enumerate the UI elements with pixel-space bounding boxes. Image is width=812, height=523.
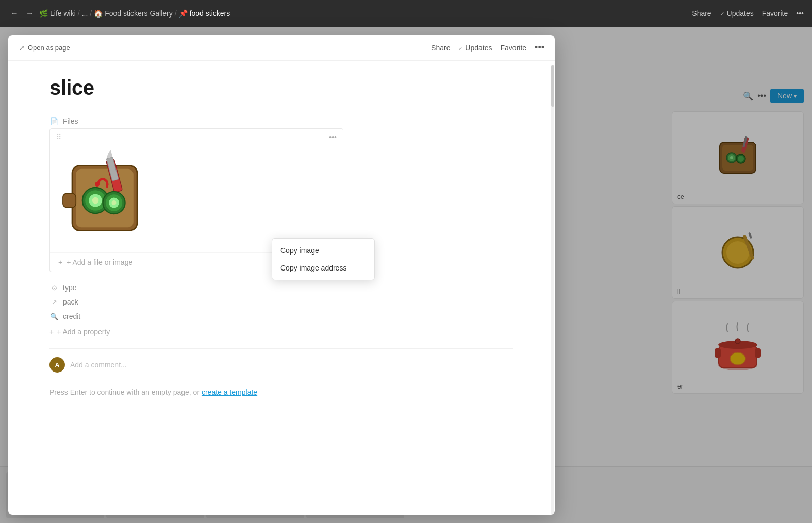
breadcrumb-sep3: /	[175, 9, 177, 18]
drag-handle-icon[interactable]: ⠿	[56, 133, 61, 141]
breadcrumb-icon-lifewiki: 🌿	[39, 9, 48, 18]
breadcrumb-sep2: /	[90, 9, 92, 18]
page-title: slice	[49, 76, 513, 99]
nav-more-button[interactable]: •••	[796, 9, 804, 18]
svg-rect-22	[63, 194, 76, 208]
comment-input[interactable]: Add a comment...	[70, 361, 127, 369]
copy-image-address-menu-item[interactable]: Copy image address	[272, 259, 374, 277]
breadcrumb-ellipsis[interactable]: ...	[82, 9, 88, 18]
credit-label[interactable]: credit	[63, 312, 145, 320]
modal-updates-check-icon: ✓	[458, 45, 463, 52]
modal-more-button[interactable]: •••	[535, 42, 544, 53]
modal-updates-button[interactable]: ✓ Updates	[458, 44, 492, 52]
top-nav: ← → 🌿 Life wiki / ... / 🏠 Food stickers …	[0, 0, 812, 27]
divider	[49, 348, 513, 349]
modal-toolbar: ⤢ Open as page Share ✓ Updates Favorite …	[8, 35, 555, 61]
nav-actions: Share ✓ Updates Favorite •••	[692, 9, 804, 18]
image-block-header: ⠿ •••	[50, 129, 343, 145]
create-template-link[interactable]: create a template	[202, 388, 257, 396]
nav-share-button[interactable]: Share	[692, 9, 711, 18]
cutting-board-image	[58, 149, 151, 242]
properties-section: 📄 Files ⠿ •••	[49, 114, 513, 338]
nav-favorite-button[interactable]: Favorite	[762, 9, 788, 18]
type-icon: ⊙	[49, 284, 59, 292]
files-property-row: 📄 Files	[49, 114, 513, 128]
credit-icon: 🔍	[49, 313, 59, 320]
pack-label[interactable]: pack	[63, 298, 145, 306]
template-text: Press Enter to continue with an empty pa…	[49, 388, 202, 396]
template-line: Press Enter to continue with an empty pa…	[49, 388, 513, 396]
modal-favorite-button[interactable]: Favorite	[501, 44, 527, 52]
updates-check-icon: ✓	[720, 10, 725, 18]
svg-point-33	[112, 200, 117, 205]
svg-point-34	[95, 182, 100, 187]
breadcrumb: 🌿 Life wiki / ... / 🏠 Food stickers Gall…	[39, 9, 689, 18]
modal-share-button[interactable]: Share	[431, 44, 450, 52]
add-property-button[interactable]: + + Add a property	[49, 326, 513, 338]
context-menu: Copy image Copy image address	[272, 238, 375, 280]
add-property-plus-icon: +	[49, 328, 54, 336]
plus-icon: +	[58, 258, 62, 266]
svg-point-29	[92, 197, 99, 204]
user-avatar: A	[49, 357, 65, 373]
nav-updates-button[interactable]: ✓ Updates	[720, 9, 754, 18]
breadcrumb-lifewiki[interactable]: Life wiki	[50, 9, 76, 18]
scroll-track	[551, 65, 554, 515]
modal-actions-right: Share ✓ Updates Favorite •••	[431, 42, 544, 53]
breadcrumb-food-stickers[interactable]: food stickers	[190, 9, 230, 18]
back-button[interactable]: ←	[8, 7, 21, 20]
breadcrumb-icon-gallery: 🏠	[94, 9, 103, 18]
credit-property-row: 🔍 credit	[49, 309, 513, 324]
modal-content: slice 📄 Files ⠿ •••	[8, 61, 555, 512]
breadcrumb-gallery[interactable]: Food stickers Gallery	[105, 9, 172, 18]
breadcrumb-icon-food: 📌	[179, 9, 188, 18]
files-label[interactable]: Files	[63, 117, 145, 125]
pack-icon: ↗	[49, 298, 59, 306]
copy-image-menu-item[interactable]: Copy image	[272, 242, 374, 259]
files-icon: 📄	[49, 117, 59, 125]
type-label[interactable]: type	[63, 283, 145, 292]
block-more-button[interactable]: •••	[329, 133, 337, 141]
open-as-page-button[interactable]: ⤢ Open as page	[19, 44, 70, 52]
type-property-row: ⊙ type	[49, 280, 513, 295]
modal-scrollbar[interactable]	[551, 63, 555, 515]
modal-panel: ⤢ Open as page Share ✓ Updates Favorite …	[8, 35, 555, 515]
comment-area: A Add a comment...	[49, 357, 513, 373]
image-area: Copy image Copy image address	[50, 145, 343, 252]
scroll-thumb	[551, 65, 554, 107]
breadcrumb-sep1: /	[78, 9, 80, 18]
image-block: ⠿ •••	[49, 128, 343, 272]
forward-button[interactable]: →	[24, 7, 36, 20]
pack-property-row: ↗ pack	[49, 295, 513, 309]
open-page-icon: ⤢	[19, 44, 25, 52]
